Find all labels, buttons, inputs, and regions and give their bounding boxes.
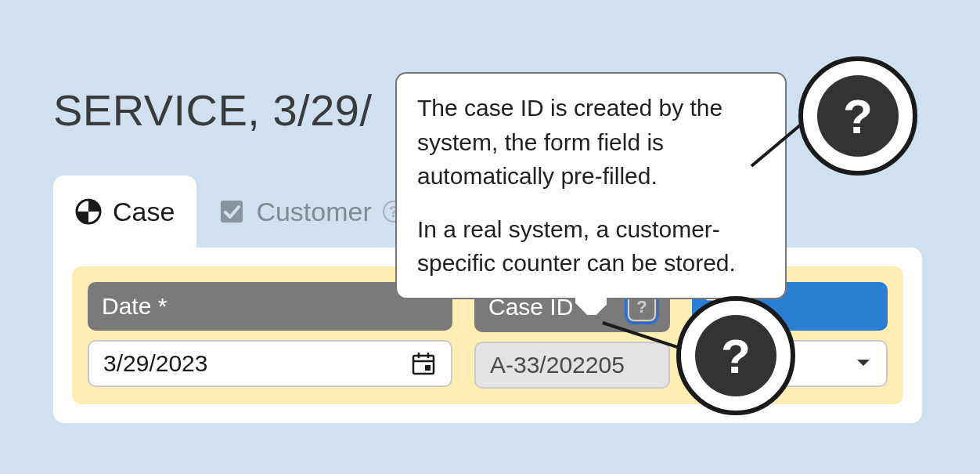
question-icon: ?: [695, 315, 776, 396]
label-text: Date: [102, 293, 167, 320]
date-input-wrapper[interactable]: [88, 340, 452, 387]
callout-help-badge: ?: [798, 56, 917, 175]
svg-rect-1: [221, 201, 243, 223]
case-id-value: A-33/202205: [490, 352, 625, 378]
tab-case-label: Case: [113, 197, 175, 227]
question-icon: ?: [817, 75, 899, 157]
tooltip-pointer: [575, 298, 607, 315]
tooltip-case-id: The case ID is created by the sys­tem, t…: [395, 72, 787, 299]
calendar-icon[interactable]: [410, 350, 437, 377]
case-id-input: A-33/202205: [474, 342, 670, 389]
svg-rect-2: [413, 356, 434, 374]
date-input[interactable]: [103, 350, 401, 377]
page-title: SERVICE, 3/29/: [53, 85, 373, 136]
pie-icon: [75, 198, 102, 225]
tab-case[interactable]: Case: [53, 175, 196, 248]
tooltip-line: The case ID is created by the sys­tem, t…: [417, 91, 765, 194]
callout-help-badge: ?: [676, 296, 795, 415]
tooltip-line: In a real system, a customer-specif­ic c…: [417, 212, 765, 280]
checkbox-icon: [218, 198, 245, 225]
caret-down-icon: [855, 350, 872, 377]
svg-rect-6: [425, 365, 431, 371]
tab-customer-label: Customer: [256, 197, 371, 227]
field-date: Date: [88, 282, 452, 389]
